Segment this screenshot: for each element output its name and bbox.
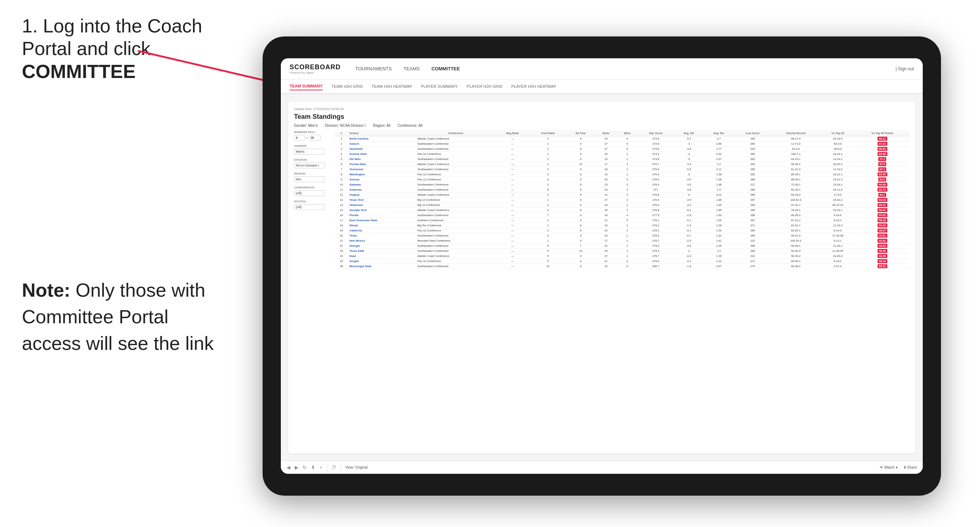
- cell-school: Florida State: [348, 162, 416, 167]
- cell-rank: 23: [335, 249, 348, 254]
- watch-button[interactable]: 👁 Watch ▾: [880, 465, 897, 470]
- cell-rnds: 17: [595, 238, 617, 243]
- cell-low-score: 258: [734, 213, 771, 218]
- subnav-team-summary[interactable]: TEAM SUMMARY: [290, 83, 323, 90]
- toolbar-share-icon[interactable]: ⬆: [311, 465, 315, 470]
- division-select[interactable]: NCAA Division I: [294, 162, 325, 168]
- note-area: Note: Only those with Committee Portal a…: [22, 277, 226, 356]
- cell-vs-top-25: 15-32-2: [821, 198, 855, 203]
- cell-overall-record: 72-30-1: [771, 182, 820, 187]
- min-rounds-from-input[interactable]: [294, 135, 305, 141]
- cell-overall-record: 66-40-1: [771, 259, 820, 264]
- cell-vs-top-25: 9-12-1: [821, 238, 855, 243]
- cell-no-tour: 8: [566, 218, 595, 223]
- cell-conf-rank: 1: [530, 198, 566, 203]
- cell-school: Arizona: [348, 177, 416, 182]
- cell-wins: 2: [617, 198, 638, 203]
- col-rnds: Rnds: [595, 130, 617, 136]
- cell-vs-top-50: 60.71: [855, 187, 910, 192]
- cell-conference: Pac-12 Conference: [416, 177, 496, 182]
- cell-conference: Southern Conference: [416, 218, 496, 223]
- cell-school: Mississippi State: [348, 264, 416, 269]
- cell-reg-rank: —: [495, 157, 530, 162]
- toolbar-clock[interactable]: ⏱: [331, 465, 336, 470]
- cell-conf-rank: 9: [530, 249, 566, 254]
- subnav-team-h2h-heatmap[interactable]: TEAM H2H HEATMAP: [372, 83, 412, 90]
- cell-avg-rd: 1.21: [703, 259, 734, 264]
- cell-rank: 2: [335, 141, 348, 146]
- conference-select[interactable]: (All): [294, 190, 325, 196]
- cell-no-tour: 9: [566, 141, 595, 146]
- cell-rnds: 25: [595, 152, 617, 157]
- cell-wins: 4: [617, 192, 638, 198]
- cell-no-tour: 6: [566, 182, 595, 187]
- subnav-player-h2h-heatmap[interactable]: PLAYER H2H HEATMAP: [511, 83, 556, 90]
- share-button[interactable]: ⬆ Share: [904, 465, 917, 470]
- cell-school: Vanderbilt: [348, 146, 416, 152]
- nav-committee[interactable]: COMMITTEE: [431, 65, 460, 73]
- sign-out-link[interactable]: | Sign out: [896, 66, 914, 71]
- cell-avg-rd: 1.28: [703, 243, 734, 249]
- cell-reg-rank: —: [495, 228, 530, 233]
- subnav-player-h2h-grid[interactable]: PLAYER H2H GRID: [467, 83, 503, 90]
- cell-overall-record: 60-39-2: [771, 264, 820, 269]
- cell-avg-rd: 1.98: [703, 177, 734, 182]
- toolbar-reload[interactable]: ↻: [303, 465, 307, 470]
- cell-avg-rd: 1.53: [703, 228, 734, 233]
- cell-conf-rank: 3: [530, 157, 566, 162]
- cell-low-score: 217: [734, 182, 771, 187]
- region-select[interactable]: N/A: [294, 176, 325, 182]
- nav-tournaments[interactable]: TOURNAMENTS: [355, 65, 392, 73]
- cell-vs-top-50: 60.94: [855, 182, 910, 187]
- cell-rank: 6: [335, 162, 348, 167]
- view-original-button[interactable]: View: Original: [345, 465, 368, 470]
- subnav-team-h2h-grid[interactable]: TEAM H2H GRID: [331, 83, 363, 90]
- toolbar-forward[interactable]: ▶: [295, 465, 298, 470]
- gender-select[interactable]: Men's: [294, 149, 325, 154]
- cell-low-score: 271: [734, 259, 771, 264]
- scoreboard-logo: SCOREBOARD Powered by clippd: [290, 63, 340, 75]
- subnav-player-summary[interactable]: PLAYER SUMMARY: [421, 83, 458, 90]
- cell-adj-score: 275.9: [638, 167, 674, 172]
- cell-reg-rank: —: [495, 233, 530, 238]
- cell-wins: 1: [617, 172, 638, 177]
- cell-school: New Mexico: [348, 238, 416, 243]
- cell-avg-sg: -5.1: [674, 218, 703, 223]
- table-row: 15 Georgia Tech Atlantic Coast Conferenc…: [335, 208, 910, 213]
- cell-wins: 2: [617, 249, 638, 254]
- cell-conf-rank: 2: [530, 203, 566, 208]
- min-rounds-to-input[interactable]: [310, 135, 321, 141]
- school-select[interactable]: (All): [294, 204, 325, 210]
- cell-low-score: 260: [734, 141, 771, 146]
- cell-vs-top-25: 17-9-0: [821, 192, 855, 198]
- cell-vs-top-25: 18-12-1: [821, 172, 855, 177]
- cell-adj-score: 278.6: [638, 233, 674, 238]
- cell-conference: Pac-12 Conference: [416, 172, 496, 177]
- cell-rank: 17: [335, 218, 348, 223]
- table-row: 12 Virginia Atlantic Coast Conference — …: [335, 192, 910, 198]
- cell-conference: Atlantic Coast Conference: [416, 254, 496, 259]
- cell-no-tour: 6: [566, 152, 595, 157]
- cell-conf-rank: 1: [530, 238, 566, 243]
- toolbar-back[interactable]: ◀: [287, 465, 290, 470]
- cell-avg-sg: -3.5: [674, 182, 703, 187]
- table-area: # School Conference Reg Rank Conf Rank N…: [335, 130, 910, 442]
- nav-teams[interactable]: TEAMS: [403, 65, 420, 73]
- cell-adj-score: 279.2: [638, 243, 674, 249]
- cell-adj-score: 274.2: [638, 152, 674, 157]
- cell-rnds: 24: [595, 233, 617, 238]
- cell-avg-sg: -0.4: [674, 254, 703, 259]
- standings-panel: Update time: 27/03/2024 16:56:26 Team St…: [288, 101, 915, 453]
- cell-no-tour: 10: [566, 249, 595, 254]
- cell-overall-record: 63-15-1: [771, 157, 820, 162]
- cell-vs-top-25: 12-15-0: [821, 223, 855, 228]
- cell-vs-top-25: 9-10-1: [821, 218, 855, 223]
- sub-nav: TEAM SUMMARY TEAM H2H GRID TEAM H2H HEAT…: [281, 79, 923, 94]
- cell-conference: Southeastern Conference: [416, 249, 496, 254]
- logo-sub-text: Powered by clippd: [290, 71, 340, 75]
- cell-avg-rd: 1.63: [703, 213, 734, 218]
- cell-low-score: 268: [734, 177, 771, 182]
- toolbar-bookmark[interactable]: +: [320, 465, 322, 470]
- cell-school: California: [348, 228, 416, 233]
- cell-rnds: 30: [595, 249, 617, 254]
